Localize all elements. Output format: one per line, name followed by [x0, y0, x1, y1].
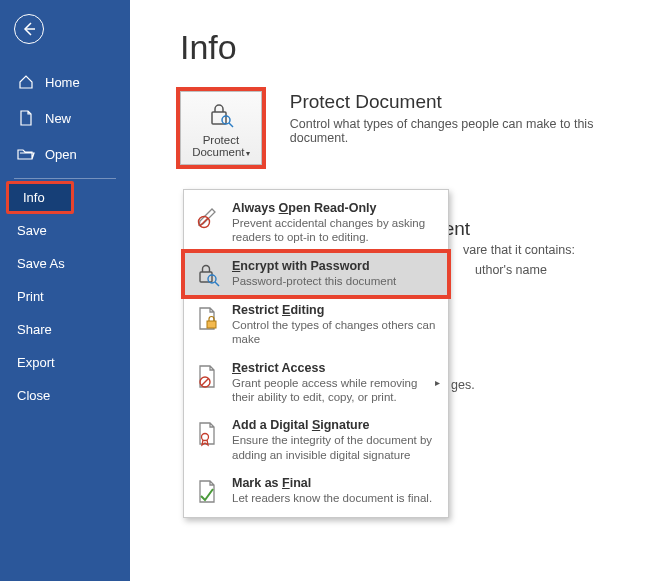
inspect-document-text-fragment: vare that it contains: uthor's name: [463, 240, 643, 280]
menu-item-digital-signature[interactable]: Add a Digital Signature Ensure the integ…: [184, 411, 448, 469]
dropdown-caret-icon: ▾: [245, 149, 250, 158]
back-arrow-icon: [21, 21, 37, 37]
protect-document-dropdown: Always Open Read-Only Prevent accidental…: [183, 189, 449, 518]
svg-line-11: [202, 378, 209, 385]
backstage-sidebar: Home New Open Info Save Save As Print Sh…: [0, 0, 130, 581]
back-button[interactable]: [14, 14, 44, 44]
sidebar-item-info[interactable]: Info: [6, 181, 74, 214]
home-icon: [17, 73, 35, 91]
document-deny-icon: [194, 363, 222, 391]
menu-item-subtitle: Control the types of changes others can …: [232, 318, 438, 347]
sidebar-item-save-as[interactable]: Save As: [0, 247, 130, 280]
folder-open-icon: [17, 145, 35, 163]
sidebar-item-close[interactable]: Close: [0, 379, 130, 412]
menu-item-subtitle: Password-protect this document: [232, 274, 438, 288]
document-check-icon: [194, 478, 222, 506]
document-lock-icon: [194, 305, 222, 333]
menu-item-title: Always Open Read-Only: [232, 201, 438, 215]
menu-item-subtitle: Grant people access while removing their…: [232, 376, 438, 405]
menu-item-title: Restrict Editing: [232, 303, 438, 317]
lock-search-icon: [194, 261, 222, 289]
document-ribbon-icon: [194, 420, 222, 448]
protect-button-text: Protect Document▾: [192, 134, 249, 159]
sidebar-item-label: Close: [17, 388, 50, 403]
protect-document-row: Protect Document▾ Protect Document Contr…: [180, 91, 654, 165]
menu-item-restrict-editing[interactable]: Restrict Editing Control the types of ch…: [184, 296, 448, 354]
sidebar-item-label: New: [45, 111, 71, 126]
menu-item-title: Add a Digital Signature: [232, 418, 438, 432]
sidebar-item-label: Save: [17, 223, 47, 238]
pencil-deny-icon: [194, 203, 222, 231]
menu-item-restrict-access[interactable]: Restrict Access Grant people access whil…: [184, 354, 448, 412]
menu-item-subtitle: Prevent accidental changes by asking rea…: [232, 216, 438, 245]
submenu-arrow-icon: ▸: [435, 377, 440, 388]
protect-heading: Protect Document: [290, 91, 654, 113]
protect-subtext: Control what types of changes people can…: [290, 117, 654, 145]
sidebar-item-label: Save As: [17, 256, 65, 271]
svg-rect-9: [207, 321, 216, 328]
protect-document-button[interactable]: Protect Document▾: [180, 91, 262, 165]
sidebar-item-new[interactable]: New: [0, 100, 130, 136]
menu-item-subtitle: Ensure the integrity of the document by …: [232, 433, 438, 462]
sidebar-item-save[interactable]: Save: [0, 214, 130, 247]
sidebar-item-export[interactable]: Export: [0, 346, 130, 379]
sidebar-item-print[interactable]: Print: [0, 280, 130, 313]
svg-rect-1: [212, 112, 226, 124]
menu-item-title: Mark as Final: [232, 476, 438, 490]
sidebar-item-label: Home: [45, 75, 80, 90]
sidebar-divider: [14, 178, 116, 179]
menu-item-title: Restrict Access: [232, 361, 438, 375]
sidebar-item-label: Export: [17, 355, 55, 370]
sidebar-item-label: Share: [17, 322, 52, 337]
document-icon: [17, 109, 35, 127]
sidebar-item-label: Open: [45, 147, 77, 162]
sidebar-item-share[interactable]: Share: [0, 313, 130, 346]
check-issues-text-fragment: ges.: [451, 378, 475, 392]
menu-item-encrypt-password[interactable]: Encrypt with Password Password-protect t…: [184, 252, 448, 296]
sidebar-item-label: Print: [17, 289, 44, 304]
svg-rect-6: [200, 272, 212, 282]
menu-item-open-read-only[interactable]: Always Open Read-Only Prevent accidental…: [184, 194, 448, 252]
svg-point-12: [202, 434, 209, 441]
page-title: Info: [180, 28, 654, 67]
menu-item-title: Encrypt with Password: [232, 259, 438, 273]
svg-line-3: [229, 123, 233, 127]
protect-document-description: Protect Document Control what types of c…: [290, 91, 654, 145]
sidebar-item-home[interactable]: Home: [0, 64, 130, 100]
sidebar-item-label: Info: [23, 190, 45, 205]
lock-key-icon: [206, 101, 236, 131]
menu-item-mark-final[interactable]: Mark as Final Let readers know the docum…: [184, 469, 448, 513]
sidebar-item-open[interactable]: Open: [0, 136, 130, 172]
svg-line-8: [215, 282, 219, 286]
menu-item-subtitle: Let readers know the document is final.: [232, 491, 438, 505]
